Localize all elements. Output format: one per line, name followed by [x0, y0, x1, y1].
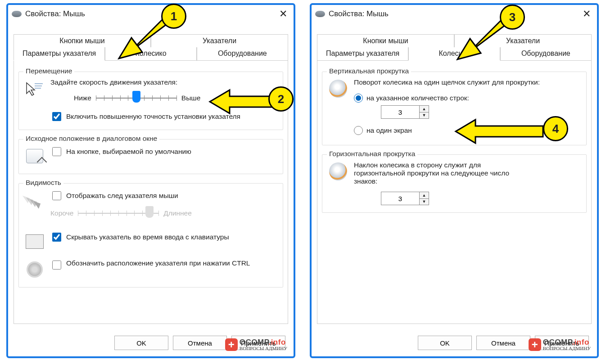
radio-screen-input[interactable] [354, 126, 363, 135]
horizontal-scroll-group: Горизонтальная прокрутка Наклон колесика… [322, 154, 587, 213]
tab-hardware[interactable]: Оборудование [500, 47, 592, 60]
enhance-precision-input[interactable] [52, 112, 61, 121]
pointer-speed-icon [24, 78, 45, 99]
vscroll-desc: Поворот колесика на один щелчок служит д… [354, 78, 581, 86]
trails-long-label: Длиннее [163, 209, 192, 217]
tab-wheel[interactable]: Колесико [408, 47, 500, 61]
spinner-down-icon[interactable]: ▼ [420, 112, 429, 119]
tab-wheel[interactable]: Колесико [105, 47, 196, 60]
titlebar: Свойства: Мышь ✕ [312, 5, 597, 23]
speed-slow-label: Ниже [74, 94, 91, 102]
tab-buttons[interactable]: Кнопки мыши [14, 34, 151, 47]
close-icon[interactable]: ✕ [580, 8, 593, 20]
lines-value[interactable] [381, 106, 419, 118]
tab-pointer-options[interactable]: Параметры указателя [14, 47, 105, 61]
mouse-icon [12, 11, 22, 17]
mouse-properties-window-right: Свойства: Мышь ✕ Кнопки мыши Указатели П… [310, 3, 599, 358]
vscroll-title: Вертикальная прокрутка [327, 67, 411, 75]
snap-to-group: Исходное положение в диалоговом окне На … [18, 139, 283, 174]
visibility-group: Видимость Отображать след указателя мыши… [18, 183, 283, 288]
hide-typing-icon [24, 231, 45, 252]
close-icon[interactable]: ✕ [276, 8, 290, 20]
snap-title: Исходное положение в диалоговом окне [23, 135, 159, 143]
watermark: + OCOMP.info ВОПРОСЫ АДМИНУ [225, 338, 287, 351]
pointer-options-panel: Перемещение Задайте скорость движения ук… [14, 60, 288, 324]
ok-button[interactable]: OK [114, 336, 168, 350]
pointer-trails-icon [24, 190, 45, 211]
ctrl-locate-icon [24, 259, 45, 280]
hscroll-spinner[interactable]: ▲▼ [381, 192, 429, 205]
snap-to-icon [24, 146, 45, 166]
radio-lines-input[interactable] [354, 94, 363, 103]
radio-screen[interactable]: на один экран [354, 126, 581, 135]
hscroll-desc: Наклон колесика в сторону служит для гор… [354, 161, 516, 185]
pointer-trails-checkbox[interactable]: Отображать след указателя мыши [50, 190, 277, 202]
ctrl-locate-checkbox[interactable]: Обозначить расположение указателя при на… [50, 259, 250, 271]
pointer-trails-input[interactable] [52, 191, 61, 200]
snap-to-input[interactable] [52, 147, 61, 156]
mouse-properties-window-left: Свойства: Мышь ✕ Кнопки мыши Указатели П… [6, 3, 295, 358]
window-title: Свойства: Мышь [25, 9, 276, 18]
enhance-precision-checkbox[interactable]: Включить повышенную точность установки у… [50, 111, 277, 122]
cancel-button[interactable]: Отмена [476, 336, 530, 350]
spinner-up-icon[interactable]: ▲ [420, 106, 429, 112]
trails-short-label: Короче [50, 209, 73, 217]
speed-label: Задайте скорость движения указателя: [50, 78, 277, 86]
window-title: Свойства: Мышь [329, 9, 580, 18]
motion-title: Перемещение [23, 67, 74, 75]
tab-hardware[interactable]: Оборудование [197, 47, 288, 60]
pointer-speed-slider[interactable] [96, 92, 177, 104]
hscroll-value[interactable] [381, 192, 419, 205]
hscroll-title: Горизонтальная прокрутка [327, 150, 417, 158]
ok-button[interactable]: OK [418, 336, 472, 350]
speed-fast-label: Выше [181, 94, 201, 102]
spinner-down-icon[interactable]: ▼ [420, 199, 429, 205]
tabs: Кнопки мыши Указатели Параметры указател… [317, 34, 592, 60]
pointer-trails-slider [78, 207, 159, 220]
visibility-title: Видимость [23, 179, 63, 187]
tab-buttons[interactable]: Кнопки мыши [317, 34, 454, 47]
mouse-icon [315, 11, 325, 17]
wheel-icon [328, 161, 348, 182]
lines-spinner[interactable]: ▲▼ [381, 105, 429, 119]
ctrl-locate-input[interactable] [52, 261, 61, 270]
spinner-up-icon[interactable]: ▲ [420, 192, 429, 199]
tabs: Кнопки мыши Указатели Параметры указател… [14, 34, 288, 60]
tab-pointers[interactable]: Указатели [151, 34, 288, 47]
tab-pointer-options[interactable]: Параметры указателя [317, 47, 408, 60]
wheel-icon [328, 78, 348, 99]
tab-pointers[interactable]: Указатели [454, 34, 592, 47]
hide-typing-checkbox[interactable]: Скрывать указатель во время ввода с клав… [50, 231, 229, 243]
hide-typing-input[interactable] [52, 233, 61, 242]
watermark: + OCOMP.info ВОПРОСЫ АДМИНУ [529, 338, 591, 351]
watermark-plus-icon: + [225, 338, 238, 351]
titlebar: Свойства: Мышь ✕ [8, 5, 294, 23]
vertical-scroll-group: Вертикальная прокрутка Поворот колесика … [322, 72, 587, 145]
motion-group: Перемещение Задайте скорость движения ук… [18, 72, 283, 130]
cancel-button[interactable]: Отмена [173, 336, 227, 350]
wheel-panel: Вертикальная прокрутка Поворот колесика … [317, 60, 592, 324]
watermark-plus-icon: + [529, 338, 541, 351]
snap-to-checkbox[interactable]: На кнопке, выбираемой по умолчанию [50, 146, 191, 157]
radio-lines[interactable]: на указанное количество строк: [354, 94, 581, 103]
